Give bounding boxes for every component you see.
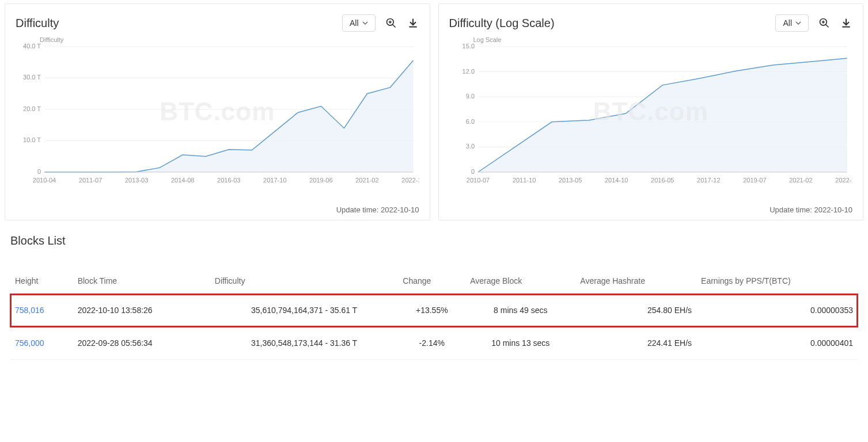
cell-change: +13.55% [398, 294, 465, 327]
svg-text:2013-05: 2013-05 [558, 177, 581, 184]
range-select-label: All [350, 18, 359, 28]
blocks-list-title: Blocks List [10, 234, 858, 247]
svg-text:9.0: 9.0 [465, 93, 474, 100]
col-earnings: Earnings by PPS/T(BTC) [696, 268, 858, 294]
range-select-label: All [783, 18, 792, 28]
update-time: Update time: 2022-10-10 [16, 205, 419, 214]
svg-text:2014-08: 2014-08 [171, 177, 194, 184]
chart-title: Difficulty (Log Scale) [449, 17, 555, 30]
cell-block-time: 2022-09-28 05:56:34 [73, 327, 210, 360]
col-block-time: Block Time [73, 268, 210, 294]
svg-text:3.0: 3.0 [465, 143, 474, 150]
svg-text:20.0 T: 20.0 T [23, 105, 41, 112]
col-avg-hashrate: Average Hashrate [575, 268, 696, 294]
zoom-in-icon[interactable] [385, 17, 397, 29]
svg-text:40.0 T: 40.0 T [23, 43, 41, 49]
cell-block-time: 2022-10-10 13:58:26 [73, 294, 210, 327]
table-row: 756,000 2022-09-28 05:56:34 31,360,548,1… [10, 327, 858, 360]
blocks-table: Height Block Time Difficulty Change Aver… [10, 268, 858, 360]
svg-text:2011-07: 2011-07 [79, 177, 102, 184]
svg-text:2019-07: 2019-07 [743, 177, 766, 184]
svg-text:2013-03: 2013-03 [125, 177, 148, 184]
height-link[interactable]: 758,016 [15, 306, 44, 315]
svg-text:2016-03: 2016-03 [217, 177, 240, 184]
svg-text:0: 0 [37, 168, 41, 175]
download-icon[interactable] [840, 17, 852, 29]
cell-avg-block: 8 mins 49 secs [465, 294, 575, 327]
cell-earnings: 0.00000401 [696, 327, 858, 360]
update-time: Update time: 2022-10-10 [449, 205, 853, 214]
svg-line-1 [392, 25, 395, 28]
difficulty-log-chart-card: Difficulty (Log Scale) All Log Scale BTC… [438, 3, 864, 220]
blocks-list-section: Blocks List Height Block Time Difficulty… [0, 220, 868, 360]
cell-change: -2.14% [398, 327, 465, 360]
cell-avg-hashrate: 254.80 EH/s [575, 294, 696, 327]
difficulty-log-chart: 15.012.09.06.03.002010-072011-102013-052… [449, 36, 853, 186]
svg-text:2021-02: 2021-02 [355, 177, 378, 184]
chevron-down-icon [795, 18, 801, 28]
svg-text:30.0 T: 30.0 T [23, 74, 41, 81]
svg-text:15.0: 15.0 [462, 43, 474, 49]
svg-text:2022-10: 2022-10 [835, 177, 852, 184]
col-height: Height [10, 268, 73, 294]
svg-text:2017-12: 2017-12 [697, 177, 720, 184]
cell-avg-block: 10 mins 13 secs [465, 327, 575, 360]
table-row: 758,016 2022-10-10 13:58:26 35,610,794,1… [10, 294, 858, 327]
height-link[interactable]: 756,000 [15, 338, 44, 348]
col-difficulty: Difficulty [210, 268, 399, 294]
difficulty-chart: 40.0 T30.0 T20.0 T10.0 T02010-042011-072… [16, 36, 419, 186]
svg-text:2021-02: 2021-02 [789, 177, 812, 184]
zoom-in-icon[interactable] [818, 17, 831, 29]
svg-text:6.0: 6.0 [465, 118, 474, 125]
svg-text:2022-10: 2022-10 [401, 177, 419, 184]
svg-text:2010-04: 2010-04 [33, 177, 56, 184]
svg-text:2017-10: 2017-10 [263, 177, 286, 184]
svg-text:0: 0 [471, 168, 474, 175]
cell-difficulty: 31,360,548,173,144 - 31.36 T [210, 327, 399, 360]
svg-text:2019-06: 2019-06 [309, 177, 332, 184]
chevron-down-icon [362, 18, 368, 28]
y-axis-title: Log Scale [473, 36, 502, 43]
y-axis-title: Difficulty [40, 36, 63, 43]
svg-text:12.0: 12.0 [462, 68, 474, 75]
cell-difficulty: 35,610,794,164,371 - 35.61 T [210, 294, 399, 327]
chart-title: Difficulty [16, 17, 59, 30]
svg-text:10.0 T: 10.0 T [23, 137, 41, 144]
range-select[interactable]: All [342, 14, 376, 32]
col-avg-block: Average Block [465, 268, 575, 294]
difficulty-chart-card: Difficulty All Difficulty BTC.com 40. [5, 3, 430, 220]
col-change: Change [398, 268, 465, 294]
svg-text:2014-10: 2014-10 [605, 177, 628, 184]
svg-text:2016-05: 2016-05 [651, 177, 674, 184]
cell-earnings: 0.00000353 [696, 294, 858, 327]
svg-text:2011-10: 2011-10 [512, 177, 535, 184]
svg-text:2010-07: 2010-07 [466, 177, 489, 184]
range-select[interactable]: All [775, 14, 809, 32]
download-icon[interactable] [407, 17, 419, 29]
cell-avg-hashrate: 224.41 EH/s [575, 327, 696, 360]
svg-line-26 [826, 25, 829, 28]
